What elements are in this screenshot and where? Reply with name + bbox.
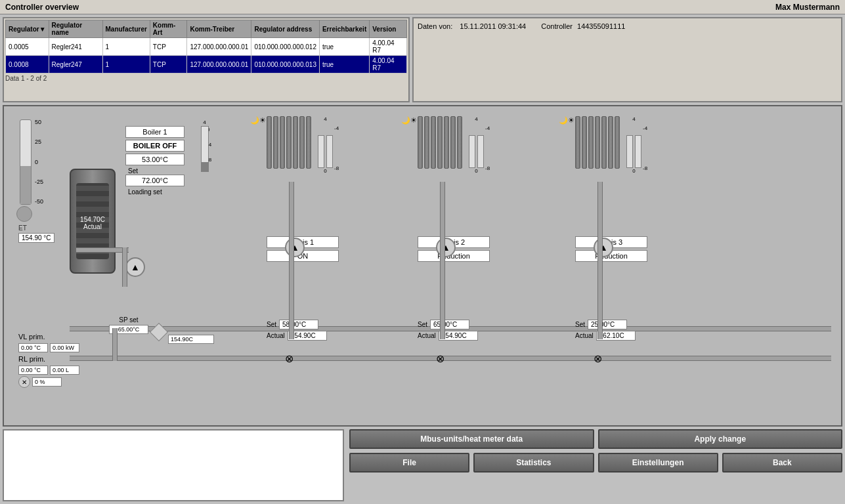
kreis1-section: 4 0 -4 -8 🌙☀ ▲ Kr [267, 116, 339, 266]
kreis2-radiator: 4 0 -4 -8 🌙☀ [418, 116, 490, 174]
col-komm-art: Komm-Art [150, 20, 187, 38]
kreis3-set-temp: 25.00°C [588, 320, 627, 329]
kreis3-radiator: 4 0 -4 -8 🌙☀ [575, 116, 647, 174]
kreis1-moon-sun: 🌙☀ [250, 116, 266, 125]
mbus-button[interactable]: Mbus-units/heat meter data [349, 429, 594, 449]
vl-section: VL prim. 0.00 °C 0.00 kW RL prim. 0.00 °… [18, 333, 79, 388]
kreis2-pump-icon: ▲ [436, 238, 456, 257]
vl-temp: 0.00 °C [18, 343, 48, 352]
kreis3-actual-label: Actual [575, 332, 594, 339]
thermometer-group: 50 25 0 -25 -50 ET 154.90 °C [18, 119, 54, 243]
kreis2-v-pipe [440, 182, 445, 339]
kreis2-valve: ⊗ [436, 352, 444, 365]
btn-row-2: File Statistics Einstellungen Back [349, 453, 842, 472]
col-regulator: Regulator▼ [6, 20, 49, 38]
regulator-table: Regulator▼ Regulator name Manufacturer K… [5, 20, 407, 74]
col-name: Regulator name [49, 20, 102, 38]
boiler-bar-track [201, 126, 209, 172]
table-footer: Data 1 - 2 of 2 [5, 75, 407, 82]
col-manufacturer: Manufacturer [102, 20, 150, 38]
pipe-temp-display: 154.90C [168, 335, 214, 344]
kreis1-set-temp: 58.00°C [279, 320, 318, 329]
boiler-info: Boiler 1 BOILER OFF 53.00°C Set 72.00°C … [125, 126, 184, 196]
thermometer-bulb [16, 206, 32, 222]
kreis2-section: 4 0 -4 -8 🌙☀ ▲ Kreis 2 Reduction [418, 116, 490, 266]
col-version: Version [370, 20, 407, 38]
rl-pump-icon: ✕ [18, 376, 30, 388]
info-controller-id: 144355091111 [577, 22, 625, 30]
kreis1-v-pipe [289, 182, 294, 339]
boiler-tank-container: 154.70C Actual [70, 142, 116, 274]
log-box [3, 429, 344, 501]
pump-icon: ▲ [125, 257, 145, 277]
kreis2-actual-label: Actual [418, 332, 436, 339]
boiler-down-pipe [112, 328, 118, 361]
mixer-icon [150, 323, 168, 341]
pipe-v1 [122, 247, 127, 287]
info-controller-label: Controller [541, 22, 573, 30]
boiler-gauge: 4 0 -4 -8 [198, 119, 211, 163]
kreis3-section: 4 0 -4 -8 🌙☀ ▲ Kreis 3 Reduction [575, 116, 647, 266]
kreis3-v-pipe [597, 182, 603, 339]
rl-percent: 0 % [32, 377, 62, 387]
et-value: 154.90 °C [18, 233, 54, 243]
info-daten-label: Daten von: [418, 22, 452, 30]
boiler-set-label: Set [128, 167, 184, 175]
apply-change-button[interactable]: Apply change [598, 429, 843, 449]
user-name: Max Mustermann [775, 3, 840, 12]
boiler-bar-fill [202, 162, 208, 171]
file-button[interactable]: File [349, 453, 469, 472]
pipe-temp-val: 154.90C [168, 335, 214, 344]
boiler-display-temp: 154.70C [71, 216, 114, 223]
boiler-loading-set: Loading set [128, 188, 184, 196]
kreis3-moon-sun: 🌙☀ [559, 116, 574, 125]
thermometer-body [20, 119, 32, 205]
sp-set-label: SP set [109, 316, 148, 324]
statistics-button[interactable]: Statistics [473, 453, 594, 472]
pipe-boiler-out [76, 247, 129, 253]
col-erreichbarkeit: Erreichbarkeit [319, 20, 369, 38]
bottom-buttons: Mbus-units/heat meter data Apply change … [349, 429, 842, 501]
vl-label: VL prim. [18, 333, 45, 341]
vl-row: VL prim. [18, 333, 79, 341]
boiler-actual-temp: 53.00°C [125, 154, 184, 165]
kreis2-moon-sun: 🌙☀ [401, 116, 417, 125]
back-button[interactable]: Back [722, 453, 842, 472]
rl-temp: 0.00 °C [18, 366, 48, 375]
kreis2-set-label: Set [418, 321, 427, 328]
boiler-set-temp: 72.00°C [125, 175, 184, 186]
boiler-actual-label: Actual [71, 223, 114, 230]
boiler-status-box: BOILER OFF [125, 140, 184, 152]
rl-l: 0.00 L [50, 366, 79, 375]
rl-row: RL prim. [18, 355, 79, 363]
main-pipe-bottom [70, 356, 831, 361]
table-row[interactable]: 0.0005Regler2411TCP127.000.000.000.01010… [6, 38, 407, 56]
kreis1-valve: ⊗ [285, 352, 293, 365]
boiler-name-box: Boiler 1 [125, 126, 184, 138]
rl-label: RL prim. [18, 355, 45, 363]
einstellungen-button[interactable]: Einstellungen [598, 453, 718, 472]
kreis1-actual-label: Actual [267, 332, 285, 339]
regulator-table-area: Regulator▼ Regulator name Manufacturer K… [3, 17, 410, 102]
info-box: Daten von: 15.11.2011 09:31:44 Controlle… [412, 17, 842, 102]
col-address: Regulator address [251, 20, 320, 38]
boiler-tank: 154.70C Actual [70, 169, 116, 274]
kreis3-pump-icon: ▲ [594, 238, 613, 257]
app-title: Controller overview [5, 3, 79, 12]
col-komm-treiber: Komm-Treiber [187, 20, 251, 38]
diagram-area: 50 25 0 -25 -50 ET 154.90 °C 154.70C Act… [3, 105, 842, 427]
info-timestamp: 15.11.2011 09:31:44 [460, 22, 526, 30]
kreis3-valve: ⊗ [594, 352, 602, 365]
table-row[interactable]: 0.0008Regler2471TCP127.000.000.000.01010… [6, 56, 407, 74]
et-label: ET [18, 224, 54, 232]
btn-row-1: Mbus-units/heat meter data Apply change [349, 429, 842, 449]
kreis3-set-label: Set [575, 321, 585, 328]
mixer-valve [150, 323, 168, 341]
vl-kw: 0.00 kW [50, 343, 79, 352]
title-bar: Controller overview Max Mustermann [0, 0, 845, 14]
kreis1-radiator: 4 0 -4 -8 🌙☀ [267, 116, 339, 174]
kreis1-set-label: Set [267, 321, 276, 328]
kreis1-pump-icon: ▲ [285, 238, 305, 257]
kreis2-set-temp: 65.00°C [430, 320, 469, 329]
